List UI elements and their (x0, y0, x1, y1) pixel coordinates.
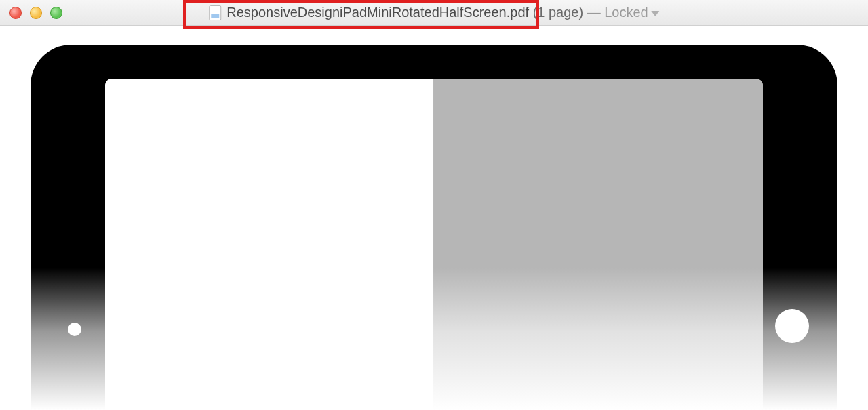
close-window-button[interactable] (9, 7, 22, 19)
window-titlebar: ResponsiveDesigniPadMiniRotatedHalfScree… (0, 0, 868, 26)
filename-extension: .pdf (507, 5, 529, 20)
locked-dropdown[interactable]: Locked (604, 5, 659, 20)
locked-label: Locked (604, 5, 648, 20)
ipad-screen (105, 79, 763, 410)
maximize-window-button[interactable] (50, 7, 62, 19)
filename-base: ResponsiveDesigniPadMiniRotatedHalfScree… (226, 5, 506, 20)
page-count: (1 page) (533, 5, 584, 20)
ipad-device-frame (31, 45, 837, 410)
title-separator: — (587, 5, 601, 20)
split-screen-left-pane (105, 79, 434, 410)
split-screen-right-pane (434, 79, 763, 410)
minimize-window-button[interactable] (30, 7, 42, 19)
chevron-down-icon (651, 11, 659, 16)
ipad-home-button-icon (775, 309, 809, 343)
traffic-lights (0, 7, 62, 19)
window-title[interactable]: ResponsiveDesigniPadMiniRotatedHalfScree… (209, 5, 659, 20)
document-icon (209, 5, 221, 20)
document-content-area[interactable] (0, 26, 868, 410)
ipad-camera-icon (68, 323, 81, 336)
